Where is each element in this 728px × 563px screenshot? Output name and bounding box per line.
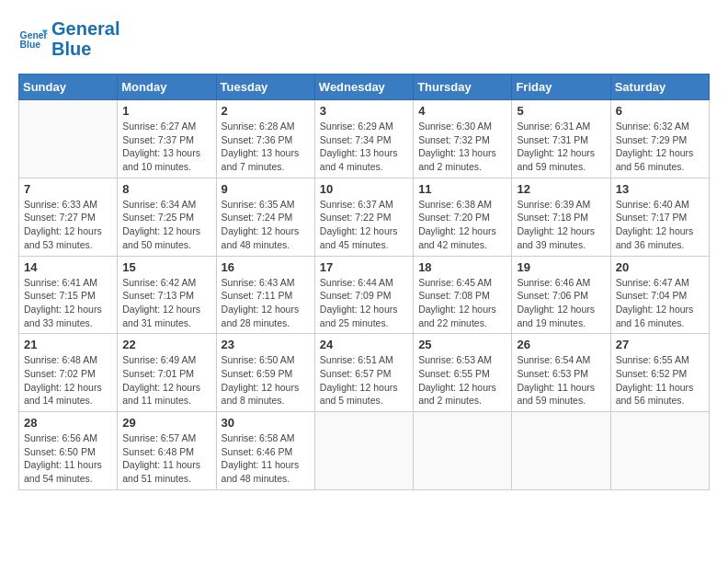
calendar-cell: 16Sunrise: 6:43 AMSunset: 7:11 PMDayligh… (216, 256, 314, 334)
calendar-cell: 28Sunrise: 6:56 AMSunset: 6:50 PMDayligh… (19, 412, 118, 490)
day-info: Sunrise: 6:29 AMSunset: 7:34 PMDaylight:… (320, 120, 408, 174)
day-info: Sunrise: 6:30 AMSunset: 7:32 PMDaylight:… (418, 120, 506, 174)
calendar-cell: 18Sunrise: 6:45 AMSunset: 7:08 PMDayligh… (414, 256, 512, 334)
day-number: 27 (616, 338, 704, 351)
calendar-cell: 5Sunrise: 6:31 AMSunset: 7:31 PMDaylight… (512, 100, 610, 178)
day-number: 9 (222, 182, 310, 196)
day-number: 18 (418, 260, 506, 274)
day-info: Sunrise: 6:37 AMSunset: 7:22 PMDaylight:… (320, 198, 408, 252)
calendar-cell: 8Sunrise: 6:34 AMSunset: 7:25 PMDaylight… (118, 178, 216, 256)
day-info: Sunrise: 6:50 AMSunset: 6:59 PMDaylight:… (222, 353, 310, 408)
weekday-header-wednesday: Wednesday (314, 75, 413, 100)
day-number: 1 (122, 104, 210, 118)
day-info: Sunrise: 6:38 AMSunset: 7:20 PMDaylight:… (418, 198, 506, 252)
calendar-cell: 23Sunrise: 6:50 AMSunset: 6:59 PMDayligh… (216, 334, 314, 412)
calendar-week-row: 21Sunrise: 6:48 AMSunset: 7:02 PMDayligh… (19, 334, 710, 412)
day-number: 25 (418, 338, 506, 351)
calendar-cell: 7Sunrise: 6:33 AMSunset: 7:27 PMDaylight… (19, 178, 118, 256)
day-number: 8 (122, 182, 210, 196)
calendar-week-row: 28Sunrise: 6:56 AMSunset: 6:50 PMDayligh… (19, 412, 710, 490)
day-info: Sunrise: 6:27 AMSunset: 7:37 PMDaylight:… (122, 120, 210, 174)
day-number: 29 (122, 416, 210, 430)
calendar-cell: 29Sunrise: 6:57 AMSunset: 6:48 PMDayligh… (118, 412, 216, 490)
calendar-cell: 21Sunrise: 6:48 AMSunset: 7:02 PMDayligh… (19, 334, 118, 412)
day-info: Sunrise: 6:28 AMSunset: 7:36 PMDaylight:… (222, 120, 310, 174)
calendar-cell (512, 412, 610, 490)
day-info: Sunrise: 6:40 AMSunset: 7:17 PMDaylight:… (616, 198, 704, 252)
day-number: 6 (616, 104, 704, 118)
calendar-cell (414, 412, 512, 490)
logo-icon: General Blue (18, 24, 48, 53)
calendar-cell: 12Sunrise: 6:39 AMSunset: 7:18 PMDayligh… (512, 178, 610, 256)
day-info: Sunrise: 6:47 AMSunset: 7:04 PMDaylight:… (616, 276, 704, 330)
calendar-cell: 14Sunrise: 6:41 AMSunset: 7:15 PMDayligh… (19, 256, 118, 334)
calendar-cell: 1Sunrise: 6:27 AMSunset: 7:37 PMDaylight… (118, 100, 216, 178)
logo-text: GeneralBlue (51, 18, 119, 59)
day-number: 14 (24, 260, 112, 274)
day-number: 7 (24, 182, 112, 196)
calendar-table: SundayMondayTuesdayWednesdayThursdayFrid… (18, 74, 710, 490)
day-info: Sunrise: 6:51 AMSunset: 6:57 PMDaylight:… (320, 353, 408, 408)
day-info: Sunrise: 6:39 AMSunset: 7:18 PMDaylight:… (517, 198, 605, 252)
calendar-week-row: 7Sunrise: 6:33 AMSunset: 7:27 PMDaylight… (19, 178, 710, 256)
calendar-cell (314, 412, 413, 490)
calendar-cell: 15Sunrise: 6:42 AMSunset: 7:13 PMDayligh… (118, 256, 216, 334)
day-number: 22 (122, 338, 210, 351)
weekday-header-thursday: Thursday (414, 75, 512, 100)
calendar-cell: 11Sunrise: 6:38 AMSunset: 7:20 PMDayligh… (414, 178, 512, 256)
calendar-cell: 6Sunrise: 6:32 AMSunset: 7:29 PMDaylight… (610, 100, 709, 178)
calendar-cell (19, 100, 118, 178)
day-info: Sunrise: 6:32 AMSunset: 7:29 PMDaylight:… (616, 120, 704, 174)
calendar-cell: 10Sunrise: 6:37 AMSunset: 7:22 PMDayligh… (314, 178, 413, 256)
day-info: Sunrise: 6:33 AMSunset: 7:27 PMDaylight:… (24, 198, 112, 252)
calendar-cell: 2Sunrise: 6:28 AMSunset: 7:36 PMDaylight… (216, 100, 314, 178)
day-info: Sunrise: 6:35 AMSunset: 7:24 PMDaylight:… (222, 198, 310, 252)
calendar-cell: 9Sunrise: 6:35 AMSunset: 7:24 PMDaylight… (216, 178, 314, 256)
calendar-cell: 19Sunrise: 6:46 AMSunset: 7:06 PMDayligh… (512, 256, 610, 334)
day-info: Sunrise: 6:54 AMSunset: 6:53 PMDaylight:… (517, 353, 605, 408)
logo: General Blue GeneralBlue (18, 18, 119, 59)
day-number: 16 (222, 260, 310, 274)
svg-text:Blue: Blue (20, 40, 41, 50)
calendar-cell (610, 412, 709, 490)
day-number: 2 (222, 104, 310, 118)
day-info: Sunrise: 6:46 AMSunset: 7:06 PMDaylight:… (517, 276, 605, 330)
day-number: 28 (24, 416, 112, 430)
calendar-cell: 13Sunrise: 6:40 AMSunset: 7:17 PMDayligh… (610, 178, 709, 256)
day-number: 30 (222, 416, 310, 430)
day-info: Sunrise: 6:34 AMSunset: 7:25 PMDaylight:… (122, 198, 210, 252)
calendar-cell: 20Sunrise: 6:47 AMSunset: 7:04 PMDayligh… (610, 256, 709, 334)
day-number: 24 (320, 338, 408, 351)
day-number: 23 (222, 338, 310, 351)
calendar-cell: 26Sunrise: 6:54 AMSunset: 6:53 PMDayligh… (512, 334, 610, 412)
weekday-header-row: SundayMondayTuesdayWednesdayThursdayFrid… (19, 75, 710, 100)
day-number: 26 (517, 338, 605, 351)
calendar-cell: 27Sunrise: 6:55 AMSunset: 6:52 PMDayligh… (610, 334, 709, 412)
calendar-cell: 25Sunrise: 6:53 AMSunset: 6:55 PMDayligh… (414, 334, 512, 412)
day-info: Sunrise: 6:41 AMSunset: 7:15 PMDaylight:… (24, 276, 112, 330)
day-number: 3 (320, 104, 408, 118)
calendar-week-row: 14Sunrise: 6:41 AMSunset: 7:15 PMDayligh… (19, 256, 710, 334)
day-info: Sunrise: 6:31 AMSunset: 7:31 PMDaylight:… (517, 120, 605, 174)
day-number: 15 (122, 260, 210, 274)
day-info: Sunrise: 6:57 AMSunset: 6:48 PMDaylight:… (122, 431, 210, 486)
day-number: 13 (616, 182, 704, 196)
day-info: Sunrise: 6:55 AMSunset: 6:52 PMDaylight:… (616, 353, 704, 408)
day-info: Sunrise: 6:49 AMSunset: 7:01 PMDaylight:… (122, 353, 210, 408)
day-number: 12 (517, 182, 605, 196)
weekday-header-tuesday: Tuesday (216, 75, 314, 100)
day-number: 5 (517, 104, 605, 118)
calendar-week-row: 1Sunrise: 6:27 AMSunset: 7:37 PMDaylight… (19, 100, 710, 178)
weekday-header-monday: Monday (118, 75, 216, 100)
day-number: 17 (320, 260, 408, 274)
calendar-cell: 4Sunrise: 6:30 AMSunset: 7:32 PMDaylight… (414, 100, 512, 178)
day-number: 4 (418, 104, 506, 118)
day-info: Sunrise: 6:56 AMSunset: 6:50 PMDaylight:… (24, 431, 112, 486)
day-number: 19 (517, 260, 605, 274)
day-info: Sunrise: 6:43 AMSunset: 7:11 PMDaylight:… (222, 276, 310, 330)
day-number: 21 (24, 338, 112, 351)
weekday-header-sunday: Sunday (19, 75, 118, 100)
page-header: General Blue GeneralBlue (18, 18, 710, 59)
day-number: 10 (320, 182, 408, 196)
day-info: Sunrise: 6:58 AMSunset: 6:46 PMDaylight:… (222, 431, 310, 486)
